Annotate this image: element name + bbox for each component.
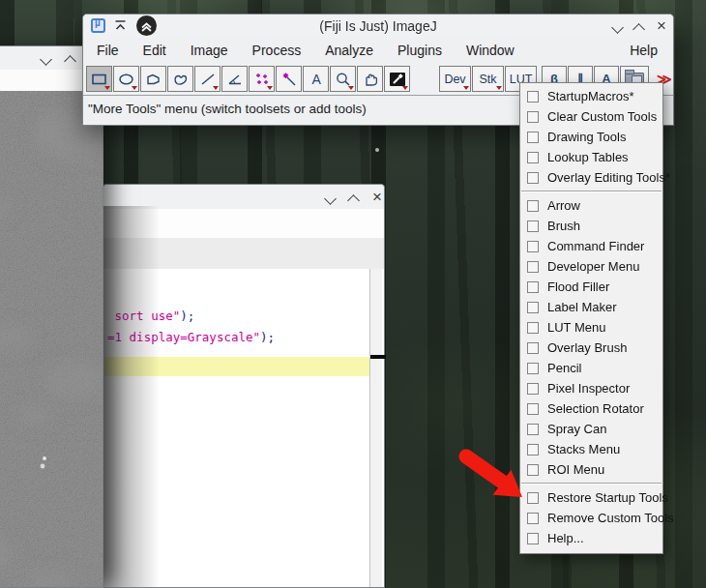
tools-menu-item[interactable]: Overlay Editing Tools* [520, 167, 662, 188]
checkbox-icon [527, 111, 539, 123]
code-line: sort use"); [107, 307, 194, 326]
checkbox-icon [527, 241, 539, 252]
tools-menu-item[interactable]: Label Maker [520, 297, 662, 317]
tools-menu-group-tools: Arrow Brush Command Finder Developer Men… [520, 195, 662, 480]
menubar-item[interactable]: Process [252, 43, 302, 58]
close-icon[interactable] [657, 21, 666, 31]
checkbox-icon [527, 322, 539, 334]
tools-menu-item[interactable]: Flood Filler [520, 277, 662, 297]
maximize-icon[interactable] [64, 55, 76, 68]
tools-menu-group-toolsets: StartupMacros* Clear Custom Tools Drawin… [520, 86, 662, 188]
tool-dropdown-icon [267, 86, 273, 90]
oval-tool[interactable] [113, 66, 139, 92]
menubar-item[interactable]: File [97, 43, 119, 58]
tools-menu-item[interactable]: Restore Startup Tools [520, 487, 662, 508]
multipoint-tool[interactable] [249, 66, 275, 92]
code-string: =1 display=Grayscale" [107, 330, 260, 344]
dev-menu-tool[interactable]: Dev [439, 66, 471, 92]
menubar-item[interactable]: Edit [143, 43, 166, 58]
checkbox-icon [527, 200, 539, 212]
editor-menubar [103, 209, 384, 239]
tools-menu-item[interactable]: Brush [520, 216, 662, 236]
tools-menu-item[interactable]: Remove Custom Tools [520, 508, 662, 528]
code-line: =1 display=Grayscale"); [107, 328, 275, 347]
tool-dropdown-icon [496, 86, 502, 90]
menubar-item[interactable]: Window [466, 43, 515, 58]
tool-dropdown-icon [402, 86, 408, 90]
hand-tool[interactable] [357, 66, 383, 92]
image-window [0, 45, 103, 588]
line-tool[interactable] [194, 66, 221, 92]
menubar-item[interactable]: Plugins [397, 43, 442, 58]
tools-menu-item[interactable]: Arrow [520, 195, 662, 216]
menu-separator [521, 483, 662, 485]
tools-menu-item[interactable]: Developer Menu [520, 256, 662, 277]
tool-dropdown-icon [463, 86, 469, 90]
grayscale-noise-image [0, 91, 103, 587]
tools-menu-item[interactable]: Stacks Menu [520, 439, 662, 459]
tools-menu-item[interactable]: Selection Rotator [520, 398, 662, 419]
tools-menu-item[interactable]: Spray Can [520, 419, 662, 439]
zoom-tool[interactable] [330, 66, 356, 92]
desktop: sort use"); =1 display=Grayscale"); [0, 0, 706, 588]
menubar-items: FileEditImageProcessAnalyzePluginsWindow [97, 43, 515, 58]
imagej-titlebar[interactable]: (Fiji Is Just) ImageJ [83, 15, 673, 39]
minimize-icon[interactable] [324, 192, 337, 205]
checkbox-icon [527, 533, 539, 544]
code-string: sort use" [107, 309, 180, 323]
tool-dropdown-icon [348, 86, 354, 90]
editor-scrollbar[interactable] [369, 269, 382, 587]
text-tool[interactable]: A [303, 66, 329, 92]
wand-tool[interactable] [276, 66, 302, 92]
close-icon[interactable] [372, 192, 382, 202]
menubar-item[interactable]: Analyze [325, 43, 373, 58]
dev-label: Dev [444, 73, 465, 86]
checkbox-icon [527, 132, 539, 143]
tools-menu-item[interactable]: Lookup Tables [520, 147, 662, 167]
checkbox-icon [527, 281, 539, 293]
scroll-position-marker [370, 355, 386, 359]
editor-titlebar[interactable] [103, 185, 384, 210]
checkbox-icon [527, 302, 539, 313]
tools-menu-item[interactable]: Overlay Brush [520, 338, 662, 358]
more-tools-menu: StartupMacros* Clear Custom Tools Drawin… [519, 82, 663, 554]
tool-dropdown-icon [132, 86, 137, 90]
tools-menu-item[interactable]: Pencil [520, 358, 662, 378]
menubar-item[interactable]: Image [191, 43, 228, 58]
tools-menu-item[interactable]: Pixel Inspector [520, 378, 662, 398]
grayscale-image-canvas[interactable] [0, 91, 103, 587]
menu-separator [521, 191, 662, 192]
tools-menu-item[interactable]: Help... [520, 528, 662, 548]
stacks-menu-tool[interactable]: Stk [472, 66, 504, 92]
tools-menu-item[interactable]: Drawing Tools [520, 127, 662, 147]
imagej-menubar: FileEditImageProcessAnalyzePluginsWindow… [83, 38, 673, 64]
rectangle-tool[interactable] [86, 66, 112, 92]
checkbox-icon [527, 363, 539, 374]
color-picker-tool[interactable] [384, 66, 410, 92]
maximize-icon[interactable] [347, 194, 360, 207]
tools-menu-item[interactable]: Clear Custom Tools [520, 106, 662, 127]
red-arrow-annotation [458, 449, 536, 507]
current-line-highlight [104, 357, 369, 376]
freehand-tool[interactable] [167, 66, 193, 92]
tools-menu-item[interactable]: LUT Menu [520, 317, 662, 338]
checkbox-icon [527, 172, 539, 184]
checkbox-icon [527, 91, 539, 103]
tools-menu-item[interactable]: Command Finder [520, 236, 662, 256]
checkbox-icon [527, 403, 539, 415]
checkbox-icon [527, 220, 539, 232]
dust-speck [375, 148, 379, 152]
tools-menu-item[interactable]: ROI Menu [520, 459, 662, 480]
checkbox-icon [527, 383, 539, 395]
minimize-icon[interactable] [40, 53, 52, 66]
polygon-tool[interactable] [140, 66, 166, 92]
tool-dropdown-icon [104, 86, 110, 90]
angle-tool[interactable] [221, 66, 248, 92]
tools-menu-group-actions: Restore Startup Tools Remove Custom Tool… [520, 487, 662, 548]
window-title: (Fiji Is Just) ImageJ [83, 18, 673, 34]
code-editor-area[interactable]: sort use"); =1 display=Grayscale"); [103, 269, 384, 587]
editor-tabbar [103, 238, 384, 270]
tools-menu-item[interactable]: StartupMacros* [520, 86, 662, 106]
menubar-item-help[interactable]: Help [630, 43, 658, 58]
status-text: "More Tools" menu (switch toolsets or ad… [88, 102, 367, 116]
